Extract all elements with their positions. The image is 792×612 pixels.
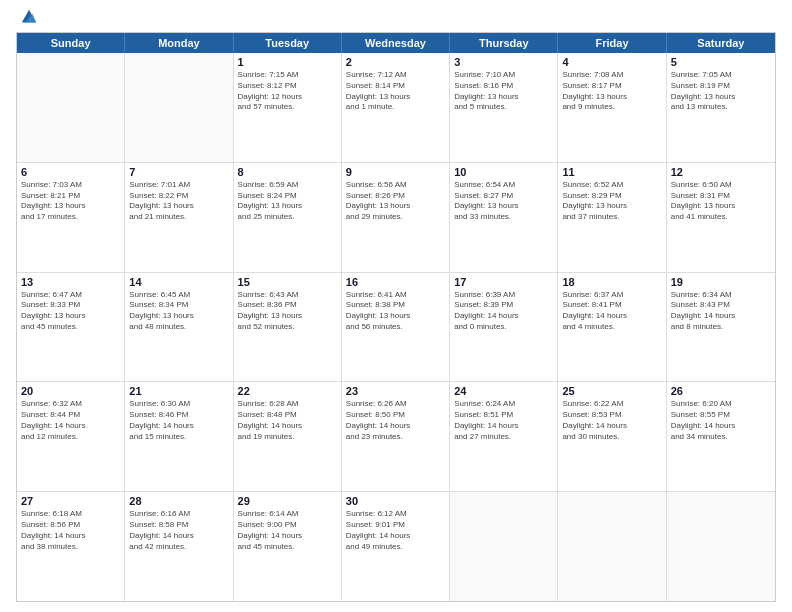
calendar-cell: 6Sunrise: 7:03 AMSunset: 8:21 PMDaylight… [17,163,125,272]
cell-info-line: Sunrise: 6:41 AM [346,290,445,301]
weekday-header-thursday: Thursday [450,33,558,53]
cell-info-line: and 57 minutes. [238,102,337,113]
cell-info-line: and 52 minutes. [238,322,337,333]
day-number: 24 [454,385,553,397]
cell-info-line: Daylight: 14 hours [21,531,120,542]
cell-info-line: and 42 minutes. [129,542,228,553]
calendar-row-4: 20Sunrise: 6:32 AMSunset: 8:44 PMDayligh… [17,382,775,492]
cell-info-line: Daylight: 13 hours [21,311,120,322]
calendar-cell: 11Sunrise: 6:52 AMSunset: 8:29 PMDayligh… [558,163,666,272]
calendar-cell: 25Sunrise: 6:22 AMSunset: 8:53 PMDayligh… [558,382,666,491]
cell-info-line: Sunrise: 7:15 AM [238,70,337,81]
cell-info-line: Daylight: 13 hours [454,201,553,212]
day-number: 23 [346,385,445,397]
cell-info-line: Sunrise: 7:03 AM [21,180,120,191]
cell-info-line: Daylight: 14 hours [129,421,228,432]
calendar-cell: 22Sunrise: 6:28 AMSunset: 8:48 PMDayligh… [234,382,342,491]
cell-info-line: Sunrise: 6:24 AM [454,399,553,410]
calendar-header-row: SundayMondayTuesdayWednesdayThursdayFrid… [17,33,775,53]
calendar-row-1: 1Sunrise: 7:15 AMSunset: 8:12 PMDaylight… [17,53,775,163]
cell-info-line: Sunrise: 7:08 AM [562,70,661,81]
cell-info-line: Sunset: 8:27 PM [454,191,553,202]
cell-info-line: Sunset: 8:48 PM [238,410,337,421]
day-number: 17 [454,276,553,288]
cell-info-line: Daylight: 14 hours [238,421,337,432]
cell-info-line: Daylight: 14 hours [671,421,771,432]
cell-info-line: Sunset: 8:24 PM [238,191,337,202]
cell-info-line: Sunset: 8:38 PM [346,300,445,311]
cell-info-line: Sunset: 9:00 PM [238,520,337,531]
cell-info-line: Sunrise: 6:47 AM [21,290,120,301]
cell-info-line: Daylight: 13 hours [21,201,120,212]
page: SundayMondayTuesdayWednesdayThursdayFrid… [0,0,792,612]
cell-info-line: and 17 minutes. [21,212,120,223]
cell-info-line: Sunset: 8:41 PM [562,300,661,311]
weekday-header-sunday: Sunday [17,33,125,53]
cell-info-line: Daylight: 14 hours [129,531,228,542]
cell-info-line: and 48 minutes. [129,322,228,333]
calendar: SundayMondayTuesdayWednesdayThursdayFrid… [16,32,776,602]
cell-info-line: and 19 minutes. [238,432,337,443]
calendar-row-5: 27Sunrise: 6:18 AMSunset: 8:56 PMDayligh… [17,492,775,601]
day-number: 7 [129,166,228,178]
cell-info-line: Sunrise: 6:45 AM [129,290,228,301]
cell-info-line: Daylight: 13 hours [238,311,337,322]
day-number: 12 [671,166,771,178]
day-number: 20 [21,385,120,397]
cell-info-line: and 13 minutes. [671,102,771,113]
cell-info-line: Sunrise: 6:12 AM [346,509,445,520]
cell-info-line: Sunrise: 6:16 AM [129,509,228,520]
calendar-cell: 12Sunrise: 6:50 AMSunset: 8:31 PMDayligh… [667,163,775,272]
day-number: 30 [346,495,445,507]
cell-info-line: Sunset: 8:26 PM [346,191,445,202]
cell-info-line: Sunset: 8:12 PM [238,81,337,92]
cell-info-line: Daylight: 14 hours [671,311,771,322]
cell-info-line: Sunrise: 6:26 AM [346,399,445,410]
cell-info-line: Sunset: 8:53 PM [562,410,661,421]
cell-info-line: Sunset: 8:19 PM [671,81,771,92]
cell-info-line: Sunset: 8:31 PM [671,191,771,202]
day-number: 22 [238,385,337,397]
calendar-cell [125,53,233,162]
logo [16,10,38,26]
cell-info-line: and 56 minutes. [346,322,445,333]
cell-info-line: Daylight: 13 hours [129,201,228,212]
calendar-cell: 29Sunrise: 6:14 AMSunset: 9:00 PMDayligh… [234,492,342,601]
cell-info-line: and 25 minutes. [238,212,337,223]
calendar-cell: 17Sunrise: 6:39 AMSunset: 8:39 PMDayligh… [450,273,558,382]
calendar-cell [667,492,775,601]
calendar-cell: 13Sunrise: 6:47 AMSunset: 8:33 PMDayligh… [17,273,125,382]
calendar-cell: 21Sunrise: 6:30 AMSunset: 8:46 PMDayligh… [125,382,233,491]
day-number: 11 [562,166,661,178]
cell-info-line: Sunrise: 7:12 AM [346,70,445,81]
calendar-cell [17,53,125,162]
cell-info-line: Sunset: 8:33 PM [21,300,120,311]
cell-info-line: Sunset: 8:46 PM [129,410,228,421]
cell-info-line: and 8 minutes. [671,322,771,333]
calendar-cell: 16Sunrise: 6:41 AMSunset: 8:38 PMDayligh… [342,273,450,382]
cell-info-line: and 45 minutes. [238,542,337,553]
cell-info-line: Sunrise: 6:39 AM [454,290,553,301]
cell-info-line: Daylight: 13 hours [671,201,771,212]
calendar-cell: 15Sunrise: 6:43 AMSunset: 8:36 PMDayligh… [234,273,342,382]
cell-info-line: Sunset: 8:21 PM [21,191,120,202]
cell-info-line: Sunrise: 6:54 AM [454,180,553,191]
calendar-cell: 18Sunrise: 6:37 AMSunset: 8:41 PMDayligh… [558,273,666,382]
cell-info-line: Sunset: 8:16 PM [454,81,553,92]
day-number: 18 [562,276,661,288]
calendar-cell: 24Sunrise: 6:24 AMSunset: 8:51 PMDayligh… [450,382,558,491]
cell-info-line: Sunset: 8:17 PM [562,81,661,92]
day-number: 14 [129,276,228,288]
cell-info-line: Sunrise: 6:52 AM [562,180,661,191]
cell-info-line: Daylight: 14 hours [238,531,337,542]
calendar-cell: 20Sunrise: 6:32 AMSunset: 8:44 PMDayligh… [17,382,125,491]
day-number: 26 [671,385,771,397]
cell-info-line: Daylight: 14 hours [454,311,553,322]
cell-info-line: Sunset: 8:43 PM [671,300,771,311]
calendar-cell: 23Sunrise: 6:26 AMSunset: 8:50 PMDayligh… [342,382,450,491]
cell-info-line: Sunrise: 6:50 AM [671,180,771,191]
cell-info-line: and 0 minutes. [454,322,553,333]
cell-info-line: Sunrise: 6:37 AM [562,290,661,301]
calendar-cell: 14Sunrise: 6:45 AMSunset: 8:34 PMDayligh… [125,273,233,382]
cell-info-line: Daylight: 13 hours [346,311,445,322]
